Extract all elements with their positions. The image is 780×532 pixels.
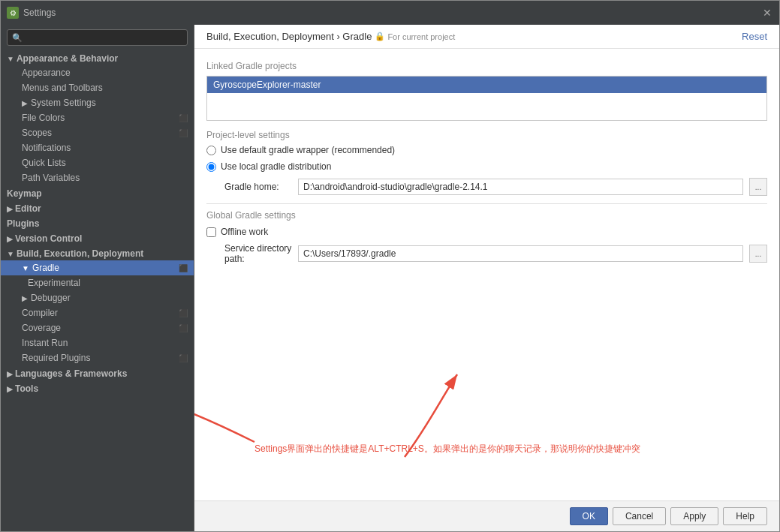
breadcrumb-text: Build, Execution, Deployment › Gradle: [206, 31, 372, 42]
sidebar-label-version-control: Version Control: [15, 233, 82, 244]
linked-project-item[interactable]: GyroscopeExplorer-master: [207, 77, 766, 93]
sidebar-item-required-plugins[interactable]: Required Plugins ⬛: [1, 350, 194, 365]
sidebar-label-notifications: Notifications: [22, 143, 71, 153]
sidebar-item-build-execution[interactable]: Build, Execution, Deployment: [1, 245, 194, 260]
coverage-icon: ⬛: [179, 324, 188, 332]
sidebar-item-gradle[interactable]: Gradle ⬛: [1, 260, 194, 275]
reset-button[interactable]: Reset: [742, 31, 767, 42]
compiler-icon: ⬛: [179, 309, 188, 317]
sidebar-item-version-control[interactable]: Version Control: [1, 230, 194, 245]
linked-projects-title: Linked Gradle projects: [206, 61, 767, 71]
sidebar-label-plugins: Plugins: [7, 218, 39, 229]
search-input[interactable]: [26, 32, 182, 43]
sidebar-item-instant-run[interactable]: Instant Run: [1, 335, 194, 350]
sidebar-item-menus-toolbars[interactable]: Menus and Toolbars: [1, 80, 194, 95]
radio-local-wrapper[interactable]: Use local gradle distribution: [206, 161, 767, 172]
cancel-button[interactable]: Cancel: [613, 507, 666, 525]
gradle-home-row: Gradle home: ...: [224, 178, 767, 196]
sidebar-item-languages-frameworks[interactable]: Languages & Frameworks: [1, 365, 194, 380]
sidebar-label-required-plugins: Required Plugins: [22, 353, 90, 363]
sidebar-item-debugger[interactable]: Debugger: [1, 290, 194, 305]
sidebar-item-file-colors[interactable]: File Colors ⬛: [1, 110, 194, 125]
arrow-sidebar-svg: [194, 292, 315, 457]
sidebar-item-scopes[interactable]: Scopes ⬛: [1, 125, 194, 140]
title-bar-left: ⚙ Settings: [7, 7, 56, 19]
annotation-label: Settings界面弹出的快捷键是ALT+CTRL+S。如果弹出的是你的聊天记录…: [254, 443, 640, 454]
sidebar-item-coverage[interactable]: Coverage ⬛: [1, 320, 194, 335]
sidebar-item-tools[interactable]: Tools: [1, 380, 194, 395]
bottom-bar: OK Cancel Apply Help: [194, 500, 779, 531]
service-dir-input[interactable]: [298, 245, 743, 262]
radio-default-label: Use default gradle wrapper (recommended): [221, 145, 395, 155]
main-header: Build, Execution, Deployment › Gradle 🔒 …: [194, 25, 779, 49]
help-button[interactable]: Help: [723, 507, 767, 525]
external-icon-scopes: ⬛: [179, 129, 188, 137]
sidebar-label-compiler: Compiler: [22, 308, 58, 318]
sidebar-label-coverage: Coverage: [22, 323, 61, 333]
project-settings-title: Project-level settings: [206, 130, 767, 140]
chevron-right-icon: [22, 99, 28, 107]
search-box[interactable]: 🔍: [7, 29, 188, 46]
sidebar-label-instant-run: Instant Run: [22, 338, 68, 348]
settings-icon: ⚙: [7, 7, 19, 19]
chevron-right-icon-editor: [7, 205, 13, 213]
linked-projects-list[interactable]: GyroscopeExplorer-master: [206, 76, 767, 121]
gradle-home-input[interactable]: [298, 179, 743, 195]
sidebar-label-appearance-behavior: Appearance & Behavior: [17, 53, 118, 64]
sidebar-item-experimental[interactable]: Experimental: [1, 275, 194, 290]
service-dir-label: Service directory path:: [224, 243, 292, 264]
gradle-icon: ⬛: [179, 264, 188, 272]
service-dir-row: Service directory path: ...: [224, 243, 767, 264]
ok-button[interactable]: OK: [570, 507, 608, 525]
sidebar-label-scopes: Scopes: [22, 128, 52, 138]
breadcrumb: Build, Execution, Deployment › Gradle 🔒 …: [206, 31, 455, 42]
sidebar-item-compiler[interactable]: Compiler ⬛: [1, 305, 194, 320]
breadcrumb-note: 🔒 For current project: [375, 32, 455, 41]
settings-window: ⚙ Settings ✕ 🔍 Appearance & Behavior App…: [0, 0, 780, 532]
close-button[interactable]: ✕: [761, 7, 773, 19]
sidebar-label-file-colors: File Colors: [22, 113, 65, 123]
offline-work-label: Offline work: [221, 227, 268, 237]
sidebar-item-plugins[interactable]: Plugins: [1, 215, 194, 230]
gradle-home-browse-button[interactable]: ...: [749, 178, 767, 196]
sidebar-item-system-settings[interactable]: System Settings: [1, 95, 194, 110]
content-area: 🔍 Appearance & Behavior Appearance Menus…: [1, 25, 779, 531]
annotation-text: Settings界面弹出的快捷键是ALT+CTRL+S。如果弹出的是你的聊天记录…: [254, 442, 640, 455]
chevron-down-icon-build: [7, 250, 14, 258]
sidebar-item-notifications[interactable]: Notifications: [1, 140, 194, 155]
sidebar-label-path-variables: Path Variables: [22, 173, 80, 183]
sidebar-label-gradle: Gradle: [32, 263, 59, 273]
radio-local[interactable]: [206, 162, 216, 172]
sidebar-label-build-execution: Build, Execution, Deployment: [17, 248, 143, 259]
radio-local-label: Use local gradle distribution: [221, 161, 331, 172]
sidebar-label-tools: Tools: [15, 383, 38, 394]
breadcrumb-note-text: For current project: [387, 32, 455, 41]
breadcrumb-icon: 🔒: [375, 32, 385, 41]
service-dir-browse-button[interactable]: ...: [749, 245, 767, 263]
sidebar-item-quick-lists[interactable]: Quick Lists: [1, 155, 194, 170]
sidebar-label-system-settings: System Settings: [31, 98, 96, 108]
apply-button[interactable]: Apply: [670, 507, 718, 525]
chevron-down-icon: [7, 55, 14, 63]
window-title: Settings: [23, 8, 56, 18]
sidebar-item-editor[interactable]: Editor: [1, 200, 194, 215]
chevron-right-icon-tools: [7, 385, 13, 393]
sidebar-label-editor: Editor: [15, 203, 41, 214]
sidebar-item-keymap[interactable]: Keymap: [1, 185, 194, 200]
chevron-right-icon-lf: [7, 370, 13, 378]
main-body: Linked Gradle projects GyroscopeExplorer…: [194, 49, 779, 500]
main-panel: Build, Execution, Deployment › Gradle 🔒 …: [194, 25, 779, 531]
sidebar-label-menus: Menus and Toolbars: [22, 83, 103, 93]
offline-work-checkbox[interactable]: [206, 227, 216, 237]
sidebar-label-appearance: Appearance: [22, 68, 71, 78]
radio-default[interactable]: [206, 146, 216, 155]
sidebar-label-experimental: Experimental: [28, 278, 80, 288]
radio-default-wrapper[interactable]: Use default gradle wrapper (recommended): [206, 145, 767, 155]
sidebar-item-path-variables[interactable]: Path Variables: [1, 170, 194, 185]
chevron-right-icon-vc: [7, 235, 13, 243]
sidebar-item-appearance[interactable]: Appearance: [1, 65, 194, 80]
offline-work-row[interactable]: Offline work: [206, 227, 767, 237]
sidebar-label-debugger: Debugger: [31, 293, 71, 303]
sidebar-item-appearance-behavior[interactable]: Appearance & Behavior: [1, 50, 194, 65]
req-plugins-icon: ⬛: [179, 354, 188, 362]
